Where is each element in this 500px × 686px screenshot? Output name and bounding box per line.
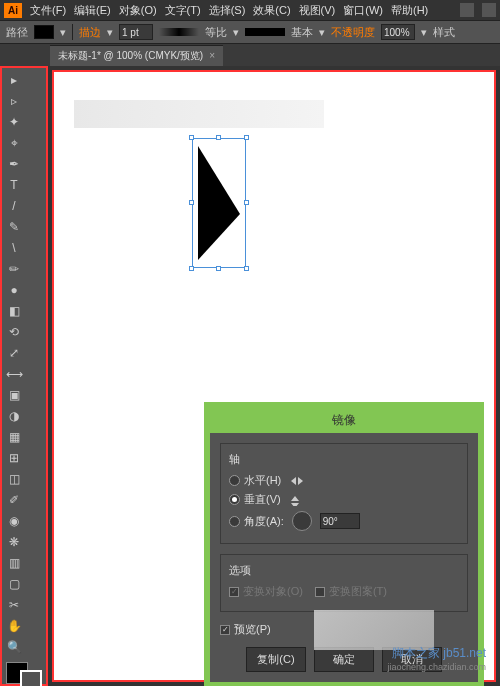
line-tool[interactable]: /: [4, 196, 24, 216]
rectangle-tool[interactable]: ✎: [4, 217, 24, 237]
handle-br[interactable]: [244, 266, 249, 271]
axis-label: 轴: [229, 452, 459, 467]
menu-bar: Ai 文件(F) 编辑(E) 对象(O) 文字(T) 选择(S) 效果(C) 视…: [0, 0, 500, 20]
stroke-label[interactable]: 描边: [79, 25, 101, 40]
workspace-icon[interactable]: [460, 3, 474, 17]
magic-wand-tool[interactable]: ✦: [4, 112, 24, 132]
radio-angle[interactable]: [229, 516, 240, 527]
menu-edit[interactable]: 编辑(E): [74, 3, 111, 18]
angle-input[interactable]: [320, 513, 360, 529]
radio-horizontal[interactable]: [229, 475, 240, 486]
opacity-dropdown-icon[interactable]: ▾: [421, 26, 427, 39]
copy-button[interactable]: 复制(C): [246, 647, 306, 672]
watermark-line2: jiaocheng.chazidian.com: [387, 662, 486, 672]
menu-view[interactable]: 视图(V): [299, 3, 336, 18]
scale-tool[interactable]: ⤢: [4, 343, 24, 363]
pen-tool[interactable]: ✒: [4, 154, 24, 174]
pencil-tool[interactable]: ✏: [4, 259, 24, 279]
stroke-profile-2[interactable]: [245, 28, 285, 36]
svg-marker-0: [198, 146, 240, 260]
handle-tr[interactable]: [244, 135, 249, 140]
radio-vertical[interactable]: [229, 494, 240, 505]
vertical-label: 垂直(V): [244, 492, 281, 507]
shape-builder-tool[interactable]: ◑: [4, 406, 24, 426]
direct-selection-tool[interactable]: ▹: [4, 91, 24, 111]
flip-vertical-icon: [289, 494, 305, 506]
dropdown-icon[interactable]: ▾: [60, 26, 66, 39]
selected-shape[interactable]: [192, 138, 246, 268]
handle-mr[interactable]: [244, 200, 249, 205]
selection-tool[interactable]: ▸: [4, 70, 24, 90]
arrange-icon[interactable]: [482, 3, 496, 17]
preview-label: 预览(P): [234, 622, 271, 637]
toolbox: ▸ ▹ ✦ ⌖ ✒ T / ✎ \ ✏ ● ◧ ⟲ ⤢ ⟷ ▣ ◑ ▦ ⊞ ◫ …: [0, 66, 48, 686]
handle-tl[interactable]: [189, 135, 194, 140]
rotate-tool[interactable]: ⟲: [4, 322, 24, 342]
artboard-tool[interactable]: ▢: [4, 574, 24, 594]
menu-select[interactable]: 选择(S): [209, 3, 246, 18]
artboard[interactable]: 镜像 轴 水平(H) 垂直(V): [52, 70, 496, 682]
tab-close-icon[interactable]: ×: [209, 50, 215, 61]
type-tool[interactable]: T: [4, 175, 24, 195]
stroke-weight-input[interactable]: [119, 24, 153, 40]
triangle-shape: [196, 144, 242, 262]
perspective-tool[interactable]: ▦: [4, 427, 24, 447]
stroke-dropdown-icon[interactable]: ▾: [107, 26, 113, 39]
lasso-tool[interactable]: ⌖: [4, 133, 24, 153]
opacity-label[interactable]: 不透明度: [331, 25, 375, 40]
menu-help[interactable]: 帮助(H): [391, 3, 428, 18]
handle-tc[interactable]: [216, 135, 221, 140]
slice-tool[interactable]: ✂: [4, 595, 24, 615]
width-tool[interactable]: ⟷: [4, 364, 24, 384]
tab-title: 未标题-1* @ 100% (CMYK/预览): [58, 49, 203, 63]
ok-button[interactable]: 确定: [314, 647, 374, 672]
profile2-label: 基本: [291, 25, 313, 40]
blend-tool[interactable]: ◉: [4, 511, 24, 531]
profile1-dropdown-icon[interactable]: ▾: [233, 26, 239, 39]
paintbrush-tool[interactable]: \: [4, 238, 24, 258]
gradient-tool[interactable]: ◫: [4, 469, 24, 489]
menu-object[interactable]: 对象(O): [119, 3, 157, 18]
eyedropper-tool[interactable]: ✐: [4, 490, 24, 510]
cb-transform-patterns: [315, 587, 325, 597]
document-tab[interactable]: 未标题-1* @ 100% (CMYK/预览) ×: [50, 45, 223, 66]
transform-objects-label: 变换对象(O): [243, 584, 303, 599]
menu-window[interactable]: 窗口(W): [343, 3, 383, 18]
canvas-area: 镜像 轴 水平(H) 垂直(V): [48, 66, 500, 686]
menu-file[interactable]: 文件(F): [30, 3, 66, 18]
eraser-tool[interactable]: ◧: [4, 301, 24, 321]
cb-transform-objects: ✓: [229, 587, 239, 597]
stroke-color[interactable]: [20, 670, 42, 686]
path-label: 路径: [6, 25, 28, 40]
fill-stroke-control[interactable]: [4, 662, 44, 686]
mesh-tool[interactable]: ⊞: [4, 448, 24, 468]
handle-bc[interactable]: [216, 266, 221, 271]
handle-ml[interactable]: [189, 200, 194, 205]
free-transform-tool[interactable]: ▣: [4, 385, 24, 405]
angle-dial[interactable]: [292, 511, 312, 531]
opacity-input[interactable]: [381, 24, 415, 40]
options-group: 选项 ✓ 变换对象(O) 变换图案(T): [220, 554, 468, 612]
options-label: 选项: [229, 563, 459, 578]
app-logo: Ai: [4, 3, 22, 18]
column-graph-tool[interactable]: ▥: [4, 553, 24, 573]
menu-type[interactable]: 文字(T): [165, 3, 201, 18]
horizontal-label: 水平(H): [244, 473, 281, 488]
zoom-tool[interactable]: 🔍: [4, 637, 24, 657]
axis-group: 轴 水平(H) 垂直(V) 角度(A: [220, 443, 468, 544]
blob-brush-tool[interactable]: ●: [4, 280, 24, 300]
placeholder-block: [74, 100, 324, 128]
stroke-profile-1[interactable]: [159, 28, 199, 36]
watermark: 脚本之家 jb51.net jiaocheng.chazidian.com: [387, 645, 486, 672]
handle-bl[interactable]: [189, 266, 194, 271]
profile1-label: 等比: [205, 25, 227, 40]
menu-effect[interactable]: 效果(C): [253, 3, 290, 18]
flip-horizontal-icon: [289, 475, 305, 487]
fill-swatch[interactable]: [34, 25, 54, 39]
profile2-dropdown-icon[interactable]: ▾: [319, 26, 325, 39]
style-label: 样式: [433, 25, 455, 40]
symbol-sprayer-tool[interactable]: ❋: [4, 532, 24, 552]
hand-tool[interactable]: ✋: [4, 616, 24, 636]
document-tab-bar: 未标题-1* @ 100% (CMYK/预览) ×: [0, 44, 500, 66]
cb-preview[interactable]: ✓: [220, 625, 230, 635]
